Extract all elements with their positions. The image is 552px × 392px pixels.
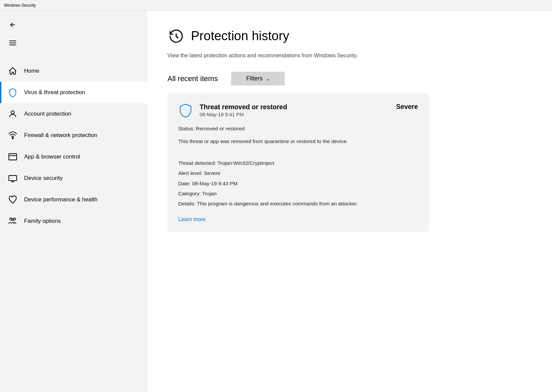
- shield-icon: [7, 86, 19, 99]
- heart-icon: [7, 194, 19, 206]
- filters-button-label: Filters: [246, 75, 263, 82]
- sidebar-item-device-security[interactable]: Device security: [0, 168, 147, 189]
- device-icon: [7, 172, 19, 184]
- home-icon: [7, 65, 19, 77]
- hamburger-line-2: [9, 43, 16, 43]
- svg-point-9: [12, 219, 13, 220]
- threat-shield-icon: [178, 103, 193, 118]
- sidebar: Home Virus & threat protection: [0, 11, 147, 392]
- svg-point-0: [11, 111, 14, 114]
- threat-status-line: Status: Removed or restored: [178, 124, 418, 133]
- sidebar-item-label-virus: Virus & threat protection: [24, 89, 85, 96]
- filters-row: All recent items Filters ⌄: [167, 72, 532, 85]
- sidebar-item-firewall[interactable]: Firewall & network protection: [0, 125, 147, 146]
- page-title: Protection history: [191, 29, 289, 43]
- sidebar-item-virus-threat[interactable]: Virus & threat protection: [0, 82, 147, 103]
- sidebar-item-label-account: Account protection: [24, 111, 71, 117]
- family-icon: [7, 215, 19, 227]
- sidebar-item-label-device-security: Device security: [24, 175, 63, 182]
- threat-title: Threat removed or restored: [200, 103, 389, 111]
- sidebar-item-app-browser[interactable]: App & browser control: [0, 146, 147, 168]
- wifi-icon: [7, 129, 19, 141]
- threat-category: Category: Trojan: [178, 189, 418, 198]
- svg-rect-4: [9, 176, 16, 181]
- content-area: Protection history View the latest prote…: [147, 11, 552, 392]
- threat-details: Status: Removed or restored This threat …: [178, 124, 418, 208]
- person-icon: [7, 108, 19, 120]
- hamburger-line-1: [9, 41, 16, 41]
- all-recent-label: All recent items: [167, 74, 218, 83]
- sidebar-item-account-protection[interactable]: Account protection: [0, 103, 147, 125]
- sidebar-item-device-health[interactable]: Device performance & health: [0, 189, 147, 210]
- learn-more-link[interactable]: Learn more: [178, 216, 206, 222]
- browser-icon: [7, 151, 19, 163]
- threat-title-group: Threat removed or restored 08-May-19 9:4…: [200, 103, 389, 117]
- threat-detected: Threat detected: Trojan:Win32/CryptInjec…: [178, 159, 418, 168]
- sidebar-item-label-family: Family options: [24, 218, 61, 224]
- chevron-down-icon: ⌄: [266, 76, 270, 81]
- hamburger-menu-button[interactable]: [5, 36, 20, 50]
- hamburger-line-3: [9, 45, 16, 45]
- svg-point-1: [12, 137, 13, 139]
- title-bar: Windows Security: [0, 0, 552, 11]
- page-header: Protection history: [167, 27, 532, 45]
- sidebar-item-home[interactable]: Home: [0, 60, 147, 82]
- sidebar-item-label-firewall: Firewall & network protection: [24, 132, 97, 139]
- threat-alert-level: Alert level: Severe: [178, 169, 418, 178]
- sidebar-item-label-browser: App & browser control: [24, 153, 80, 160]
- threat-status-desc: This threat or app was removed from quar…: [178, 137, 418, 146]
- filters-button[interactable]: Filters ⌄: [231, 72, 285, 85]
- main-container: Home Virus & threat protection: [0, 11, 552, 392]
- app-title: Windows Security: [4, 3, 36, 8]
- threat-card: Threat removed or restored 08-May-19 9:4…: [167, 93, 429, 232]
- threat-date-detail: Date: 08-May-19 9:43 PM: [178, 179, 418, 188]
- threat-header: Threat removed or restored 08-May-19 9:4…: [178, 103, 418, 118]
- sidebar-item-family[interactable]: Family options: [0, 210, 147, 232]
- threat-severity-label: Severe: [396, 103, 418, 111]
- sidebar-item-label-device-health: Device performance & health: [24, 196, 97, 203]
- threat-date: 08-May-19 9:41 PM: [200, 112, 389, 117]
- back-button[interactable]: [5, 17, 20, 32]
- threat-details-text: Details: This program is dangerous and e…: [178, 199, 418, 208]
- svg-rect-2: [9, 154, 16, 160]
- sidebar-item-label-home: Home: [24, 68, 39, 74]
- history-icon: [167, 27, 185, 45]
- page-subtitle: View the latest protection actions and r…: [167, 52, 362, 60]
- nav-items: Home Virus & threat protection: [0, 60, 147, 232]
